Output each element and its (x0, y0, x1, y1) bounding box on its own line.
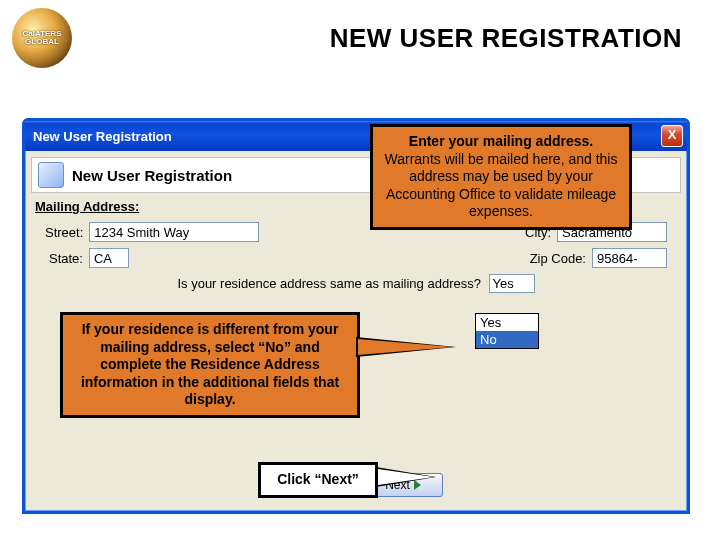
window-subtitle: New User Registration (72, 167, 232, 184)
zip-input[interactable] (592, 248, 667, 268)
slide-header: CalATERS GLOBAL NEW USER REGISTRATION (0, 0, 720, 76)
close-button[interactable]: X (661, 125, 683, 147)
close-icon: X (668, 127, 677, 142)
dropdown-option-no[interactable]: No (476, 331, 538, 348)
callout-residence-different: If your residence is different from your… (60, 312, 360, 418)
callout-mailing-bold: Enter your mailing address. (381, 133, 621, 151)
residence-question-row: Is your residence address same as mailin… (45, 274, 667, 293)
callout-residence-text: If your residence is different from your… (81, 321, 339, 407)
callout-mailing-address: Enter your mailing address. Warrants wil… (370, 124, 632, 230)
callout-click-next: Click “Next” (258, 462, 378, 498)
callout-click-text: Click “Next” (277, 471, 359, 487)
residence-question: Is your residence address same as mailin… (177, 276, 480, 291)
callout-mailing-body: Warrants will be mailed here, and this a… (385, 151, 618, 220)
dropdown-option-yes[interactable]: Yes (476, 314, 538, 331)
page-title: NEW USER REGISTRATION (82, 23, 708, 54)
residence-answer-select[interactable]: Yes (489, 274, 535, 293)
label-zip: Zip Code: (530, 251, 586, 266)
label-street: Street: (45, 225, 83, 240)
residence-dropdown[interactable]: Yes No (475, 313, 539, 349)
label-state: State: (49, 251, 83, 266)
state-input[interactable] (89, 248, 129, 268)
pointer-to-next-icon (376, 467, 436, 487)
user-card-icon (38, 162, 64, 188)
pointer-to-dropdown-icon (356, 337, 456, 357)
street-input[interactable] (89, 222, 259, 242)
calaters-logo: CalATERS GLOBAL (12, 8, 72, 68)
logo-text: CalATERS GLOBAL (12, 30, 72, 46)
